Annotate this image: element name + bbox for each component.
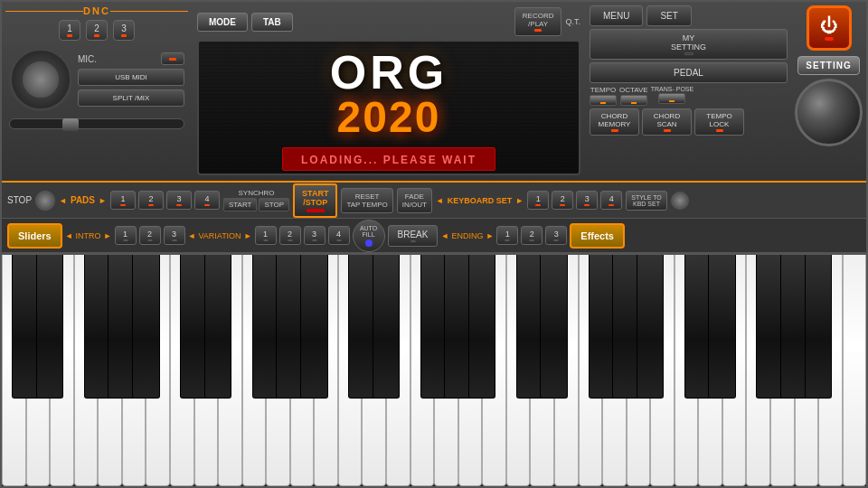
dnc-btn-1[interactable]: 1 [59,20,80,41]
menu-btn[interactable]: MENU [590,5,643,26]
black-key-17[interactable] [540,255,568,399]
menu-set-row: MENU SET [590,5,788,26]
black-key-5[interactable] [132,255,160,399]
black-key-12[interactable] [373,255,401,399]
kbd-btn-1[interactable]: 1 [527,191,549,210]
kbd-btn-2[interactable]: 2 [552,191,573,210]
mic-led [169,58,176,61]
middle-panel: STOP ◄ PADS ► 1 2 3 4 SYNCHRO START STOP… [2,183,866,219]
synchro-btns: START STOP [223,198,289,211]
setting-btn[interactable]: SETTING [797,56,859,75]
dnc-btn-2[interactable]: 2 [86,20,108,41]
power-icon: ⏻ [820,16,838,34]
pad-group: 1 2 3 4 [110,191,220,210]
stop-btn[interactable] [35,191,55,211]
synchro-start-label: SYNCHRO [238,189,274,197]
dnc-bar: DNC [5,5,188,16]
joystick-inner [23,61,59,98]
octave-label: OCTAVE [619,86,648,94]
my-setting-btn[interactable]: MYSETTING [590,29,788,60]
break-led [410,240,416,242]
sliders-btn[interactable]: Sliders [7,223,62,249]
tempo-knob[interactable] [590,95,617,106]
black-key-7[interactable] [204,255,232,399]
joystick[interactable] [9,48,72,111]
break-btn[interactable]: BREAK [388,225,439,247]
black-key-25[interactable] [805,255,833,399]
ending-btn-2[interactable]: 2 [521,226,542,245]
style-to-kbd-btn[interactable]: STYLE TOKBD SET [626,191,667,211]
black-key-2[interactable] [36,255,64,399]
left-section: DNC 1 2 3 MIC. [2,2,192,181]
effects-btn[interactable]: Effects [570,223,625,249]
reset-btn[interactable]: RESETTAP TEMPO [341,188,392,213]
main-display: ORG 2020 LOADING... PLEASE WAIT [197,40,580,175]
keyboard-app: DNC 1 2 3 MIC. [0,0,868,488]
chord-btns-row: CHORDMEMORY CHORDSCAN TEMPOLOCK [590,108,788,136]
record-play-btn[interactable]: RECORD/PLAY [514,7,562,36]
top-panel: DNC 1 2 3 MIC. [2,2,866,183]
power-btn[interactable]: ⏻ [807,5,852,51]
keys-container [2,255,866,486]
usb-midi-btn[interactable]: USB MIDI [78,69,184,86]
pad-led-1 [120,204,126,206]
pad-btn-4[interactable]: 4 [194,191,220,210]
left-buttons: MIC. USB MIDI SPLIT /MIX [78,52,184,107]
intro-btn-1[interactable]: 1 [115,226,137,245]
chord-memory-btn[interactable]: CHORDMEMORY [590,108,639,136]
mic-btn[interactable] [161,52,184,65]
black-key-15[interactable] [468,255,496,399]
dnc-line-right [110,11,188,12]
pad-btn-3[interactable]: 3 [166,191,192,210]
start-stop-btn[interactable]: START/STOP [293,183,337,218]
mode-btn[interactable]: MODE [197,13,248,32]
tempo-lock-led [716,129,723,132]
slider-container [5,118,188,129]
slider-thumb[interactable] [62,118,79,131]
transpose-knob[interactable] [658,93,685,104]
synchro-start-btn[interactable]: START [223,198,257,211]
synchro-stop-btn[interactable]: STOP [259,198,289,211]
auto-fill-label: AUTOFILL [360,225,377,238]
variation-label: VARIATION [198,231,241,240]
pedal-btn[interactable]: PEDAL [590,62,788,83]
variation-btn-2[interactable]: 2 [279,226,301,245]
variation-btn-1[interactable]: 1 [255,226,277,245]
ending-btn-3[interactable]: 3 [545,226,567,245]
dnc-btn-3[interactable]: 3 [113,20,135,41]
pad-btn-2[interactable]: 2 [138,191,164,210]
intro-label: INTRO [76,231,101,240]
var-led-2 [288,239,293,241]
piano-keyboard [2,253,866,486]
octave-knob[interactable] [620,95,647,106]
kbd-knob[interactable] [671,192,689,210]
dnc-label: DNC [83,5,110,16]
intro-btn-3[interactable]: 3 [164,226,185,245]
split-mix-btn[interactable]: SPLIT /MIX [78,89,184,107]
big-knob[interactable] [795,79,863,146]
tab-btn[interactable]: TAB [251,13,293,32]
pad-btn-1[interactable]: 1 [110,191,136,210]
black-key-20[interactable] [637,255,665,399]
black-key-22[interactable] [708,255,736,399]
intro-panel: Sliders ◄ INTRO ► 1 2 3 ◄ VARIATION ► 1 … [2,219,866,253]
slider-bar[interactable] [9,118,184,129]
transpose-knob-group: TRANS- POSE [651,86,693,106]
auto-fill-btn[interactable]: AUTOFILL [353,220,385,252]
ending-btn-1[interactable]: 1 [496,226,518,245]
set-btn[interactable]: SET [646,5,691,26]
kbd-btn-4[interactable]: 4 [600,191,622,210]
kbd-arrow-left: ◄ [436,196,444,205]
variation-btn-3[interactable]: 3 [304,226,326,245]
black-key-10[interactable] [300,255,328,399]
kbd-btn-3[interactable]: 3 [576,191,598,210]
ending-led-2 [529,239,534,241]
white-key-36[interactable] [843,255,866,486]
chord-scan-btn[interactable]: CHORDSCAN [642,108,692,136]
tempo-lock-btn[interactable]: TEMPOLOCK [694,108,744,136]
variation-btn-4[interactable]: 4 [328,226,350,245]
fade-btn[interactable]: FADEIN/OUT [397,188,432,213]
intro-btn-2[interactable]: 2 [139,226,161,245]
mode-tab-row: MODE TAB RECORD/PLAY Q.T. [197,7,580,36]
transpose-label: TRANS- POSE [651,86,693,92]
